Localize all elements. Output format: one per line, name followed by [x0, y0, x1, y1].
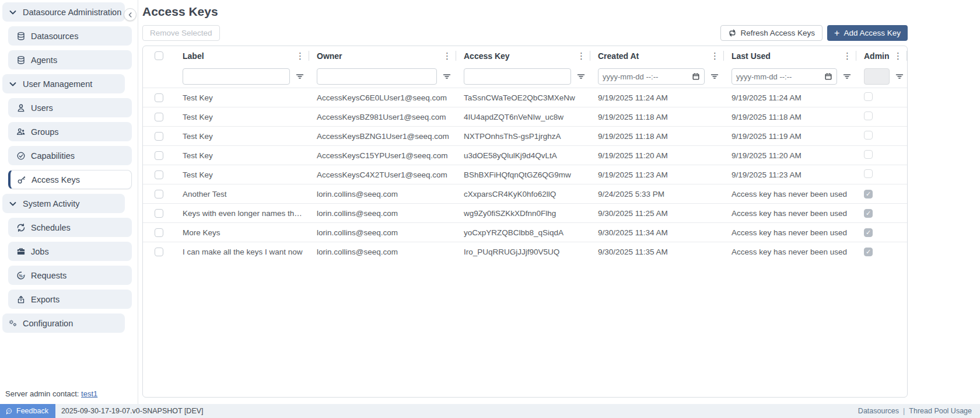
- row-checkbox[interactable]: [155, 113, 163, 121]
- admin-checkbox[interactable]: [864, 228, 873, 237]
- column-menu-icon[interactable]: ⋮: [443, 51, 452, 60]
- calendar-icon[interactable]: [824, 72, 832, 81]
- remove-selected-button[interactable]: Remove Selected: [142, 25, 220, 41]
- footer-link-thread-pool-usage[interactable]: Thread Pool Usage: [909, 407, 972, 415]
- filter-icon[interactable]: [442, 72, 452, 81]
- table-row: I can make all the keys I want nowlorin.…: [143, 242, 907, 261]
- row-checkbox[interactable]: [155, 170, 163, 179]
- server-admin-contact-text: Server admin contact:: [5, 389, 79, 398]
- sidebar-item-access-keys[interactable]: Access Keys: [8, 170, 132, 189]
- sidebar-item-requests[interactable]: %Requests: [8, 266, 132, 285]
- cell-admin: [856, 228, 907, 237]
- key-icon: [17, 175, 26, 184]
- sidebar-item-datasources[interactable]: Datasources: [8, 26, 132, 46]
- row-checkbox[interactable]: [155, 93, 163, 102]
- cell-admin: [856, 131, 907, 141]
- briefcase-icon: [16, 247, 26, 256]
- select-all-checkbox[interactable]: [155, 51, 163, 60]
- cell-last-used: 9/19/2025 11:18 AM: [724, 113, 856, 121]
- filter-icon[interactable]: [895, 72, 904, 81]
- column-header-admin: Admin ⋮: [856, 46, 907, 65]
- database-icon: [16, 32, 26, 41]
- server-admin-contact-link[interactable]: test1: [81, 389, 97, 398]
- main-content: Access Keys Remove Selected Refresh Acce…: [139, 0, 980, 404]
- sidebar-section-system-activity[interactable]: System Activity: [2, 194, 125, 213]
- row-checkbox[interactable]: [155, 228, 163, 237]
- row-checkbox[interactable]: [155, 132, 163, 141]
- sidebar-item-groups[interactable]: Groups: [8, 122, 132, 141]
- refresh-access-keys-button[interactable]: Refresh Access Keys: [720, 25, 823, 41]
- admin-filter-input[interactable]: [864, 68, 890, 85]
- cell-label: Keys with even longer names than be...: [175, 209, 309, 218]
- row-checkbox[interactable]: [155, 190, 163, 198]
- admin-checkbox[interactable]: [864, 190, 873, 198]
- version-text: 2025-09-30-17-19-07.v0-SNAPSHOT [DEV]: [61, 407, 204, 415]
- column-menu-icon[interactable]: ⋮: [710, 51, 719, 60]
- sidebar-item-agents[interactable]: Agents: [8, 50, 132, 69]
- admin-checkbox[interactable]: [864, 248, 873, 256]
- owner-filter-input[interactable]: [317, 68, 437, 85]
- add-access-key-button[interactable]: + Add Access Key: [827, 25, 908, 41]
- sidebar-item-users[interactable]: Users: [8, 98, 132, 117]
- sidebar-item-label: Users: [31, 103, 53, 113]
- created-at-filter-input[interactable]: yyyy-mm-dd --:--: [598, 68, 705, 85]
- cell-label: More Keys: [175, 228, 309, 237]
- plus-icon: +: [834, 29, 839, 38]
- cell-created-at: 9/30/2025 11:25 AM: [590, 209, 724, 218]
- admin-checkbox[interactable]: [864, 209, 873, 218]
- feedback-button[interactable]: Feedback: [0, 404, 55, 418]
- admin-checkbox[interactable]: [864, 150, 873, 159]
- label-filter-input[interactable]: [183, 68, 290, 85]
- row-checkbox[interactable]: [155, 151, 163, 160]
- sidebar-item-jobs[interactable]: Jobs: [8, 242, 132, 261]
- admin-checkbox[interactable]: [864, 169, 873, 178]
- row-checkbox[interactable]: [155, 248, 163, 256]
- cell-created-at: 9/19/2025 11:23 AM: [590, 170, 724, 179]
- column-menu-icon[interactable]: ⋮: [894, 51, 902, 60]
- sidebar-item-label: Capabilities: [31, 151, 75, 161]
- admin-checkbox[interactable]: [864, 112, 873, 120]
- sidebar-item-schedules[interactable]: Schedules: [8, 218, 132, 237]
- filter-icon[interactable]: [842, 72, 852, 81]
- sidebar-section-label: User Management: [23, 79, 92, 89]
- column-menu-icon[interactable]: ⋮: [577, 51, 586, 60]
- chevron-left-icon: [127, 12, 134, 18]
- table-body: Test KeyAccessKeysC6E0LUser1@seeq.comTaS…: [143, 88, 907, 261]
- cell-last-used: 9/19/2025 11:24 AM: [724, 93, 856, 102]
- footer-link-datasources[interactable]: Datasources: [858, 407, 899, 415]
- row-checkbox-cell: [143, 146, 175, 165]
- chevron-down-icon: [8, 79, 18, 89]
- admin-checkbox[interactable]: [864, 131, 873, 140]
- column-menu-icon[interactable]: ⋮: [843, 51, 852, 60]
- row-checkbox-cell: [143, 223, 175, 242]
- page-title: Access Keys: [142, 5, 218, 19]
- footer-link-separator: |: [903, 407, 905, 415]
- row-checkbox[interactable]: [155, 209, 163, 218]
- filter-icon[interactable]: [295, 72, 304, 81]
- cell-label: Test Key: [175, 151, 309, 160]
- admin-checkbox[interactable]: [864, 92, 873, 101]
- cell-created-at: 9/19/2025 11:24 AM: [590, 93, 724, 102]
- cell-last-used: Access key has never been used: [724, 209, 856, 218]
- sidebar-collapse-button[interactable]: [124, 8, 136, 21]
- refresh-icon: [728, 29, 737, 37]
- filter-icon[interactable]: [576, 72, 586, 81]
- refresh-button-label: Refresh Access Keys: [741, 29, 816, 37]
- calendar-icon[interactable]: [692, 72, 700, 81]
- gauge-icon: %: [16, 271, 26, 280]
- column-menu-icon[interactable]: ⋮: [296, 51, 304, 60]
- sidebar-item-capabilities[interactable]: Capabilities: [8, 146, 132, 165]
- add-button-label: Add Access Key: [844, 29, 901, 37]
- footer-links: Datasources | Thread Pool Usage: [858, 407, 972, 415]
- sidebar-section-datasource-administration[interactable]: Datasource Administration: [2, 2, 125, 22]
- cell-created-at: 9/24/2025 5:33 PM: [590, 190, 724, 198]
- access-key-filter-input[interactable]: [464, 68, 571, 85]
- filter-icon[interactable]: [710, 72, 719, 81]
- cell-admin: [856, 92, 907, 103]
- sidebar-item-exports[interactable]: Exports: [8, 290, 132, 309]
- last-used-filter-input[interactable]: yyyy-mm-dd --:--: [732, 68, 837, 85]
- access-keys-table: Label ⋮ Owner ⋮ Access Key ⋮ Created At …: [142, 46, 908, 398]
- sidebar-item-configuration[interactable]: Configuration: [2, 314, 125, 333]
- sidebar-section-user-management[interactable]: User Management: [2, 74, 125, 93]
- cell-admin: [856, 112, 907, 122]
